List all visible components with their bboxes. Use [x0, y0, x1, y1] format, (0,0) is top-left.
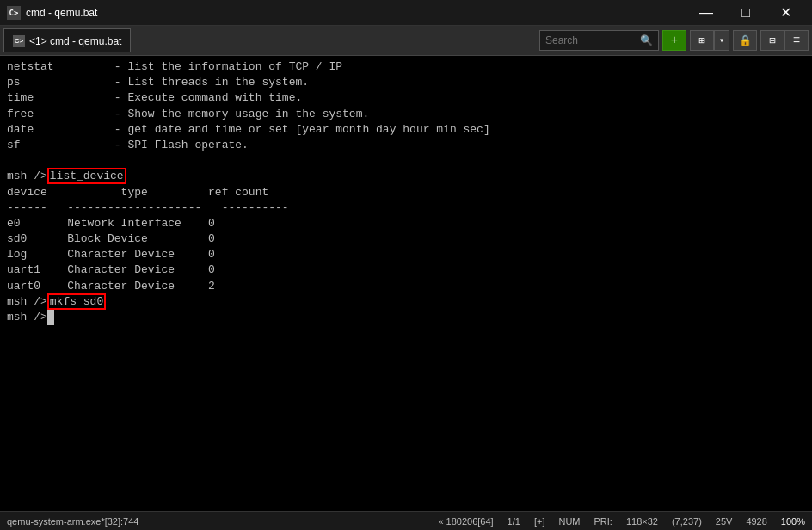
terminal-line-14: uart1 Character Device 0	[7, 262, 805, 278]
lock-icon: 🔒	[739, 34, 752, 47]
status-page: 1/1	[508, 516, 520, 527]
terminal-line-4: free - Show the memory usage in the syst…	[7, 107, 805, 122]
status-process: qemu-system-arm.exe*[32]:744	[7, 516, 138, 527]
highlight-mkfs-sd0: mkfs sd0	[47, 293, 106, 310]
menu-button[interactable]: ≡	[784, 30, 809, 51]
status-pos: « 180206[64]	[438, 516, 493, 527]
terminal-line-2: ps - List threads in the system.	[7, 75, 805, 90]
highlight-list-device: list_device	[47, 168, 126, 184]
tab-1[interactable]: C> <1> cmd - qemu.bat	[3, 28, 131, 52]
app-icon: C>	[7, 6, 21, 20]
tab-label: <1> cmd - qemu.bat	[29, 35, 121, 47]
terminal-line-9: device type ref count	[7, 185, 805, 200]
terminal-line-6: sf - SPI Flash operate.	[7, 138, 805, 153]
dropdown-button[interactable]: ▾	[714, 30, 729, 51]
terminal-line-1: netstat - list the information of TCP / …	[7, 59, 805, 75]
terminal-line-7	[7, 153, 805, 169]
status-right: « 180206[64] 1/1 [+] NUM PRI: 118×32 (7,…	[438, 516, 805, 527]
tab-icon: C>	[13, 35, 25, 47]
status-size: 118×32	[626, 516, 658, 527]
title-bar: C> cmd - qemu.bat — □ ✕	[0, 0, 812, 26]
search-input[interactable]	[545, 34, 640, 46]
status-insert: [+]	[534, 516, 545, 527]
status-voltage: 25V	[716, 516, 733, 527]
terminal-line-13: log Character Device 0	[7, 247, 805, 262]
terminal-line-5: date - get date and time or set [year mo…	[7, 122, 805, 138]
terminal-line-16: msh />mkfs sd0	[7, 294, 805, 310]
status-pri: PRI:	[594, 516, 612, 527]
terminal-area[interactable]: netstat - list the information of TCP / …	[0, 56, 812, 511]
terminal-line-8: msh />list_device	[7, 169, 805, 184]
layout-buttons: ⊟ ≡	[760, 30, 809, 51]
view-buttons: ⊞ ▾	[690, 30, 729, 51]
tab-toolbar: 🔍 + ⊞ ▾ 🔒 ⊟ ≡	[539, 30, 809, 51]
status-col: 4928	[746, 516, 766, 527]
lock-button[interactable]: 🔒	[733, 30, 757, 51]
layout-button[interactable]: ⊟	[760, 30, 784, 51]
window-controls: — □ ✕	[686, 0, 805, 26]
status-coords: (7,237)	[672, 516, 702, 527]
terminal-line-12: sd0 Block Device 0	[7, 231, 805, 247]
status-bar: qemu-system-arm.exe*[32]:744 « 180206[64…	[0, 511, 812, 530]
terminal-line-11: e0 Network Interface 0	[7, 216, 805, 231]
layout-icon: ⊟	[769, 34, 775, 47]
minimize-button[interactable]: —	[686, 0, 726, 26]
terminal-line-10: ------ -------------------- ----------	[7, 200, 805, 216]
new-tab-button[interactable]: +	[662, 30, 686, 51]
terminal-line-3: time - Execute command with time.	[7, 90, 805, 106]
status-num: NUM	[558, 516, 580, 527]
title-bar-text: cmd - qemu.bat	[26, 7, 686, 19]
search-icon[interactable]: 🔍	[640, 34, 653, 47]
terminal-line-15: uart0 Character Device 2	[7, 279, 805, 294]
status-zoom: 100%	[781, 516, 805, 527]
menu-icon: ≡	[793, 34, 800, 47]
maximize-button[interactable]: □	[726, 0, 766, 26]
terminal-line-17: msh />	[7, 310, 805, 325]
view-toggle-button[interactable]: ⊞	[690, 30, 714, 51]
close-button[interactable]: ✕	[766, 0, 805, 26]
status-left: qemu-system-arm.exe*[32]:744	[7, 516, 438, 527]
search-box[interactable]: 🔍	[539, 30, 659, 51]
terminal-cursor	[47, 310, 54, 325]
tab-bar: C> <1> cmd - qemu.bat 🔍 + ⊞ ▾ 🔒 ⊟	[0, 26, 812, 56]
